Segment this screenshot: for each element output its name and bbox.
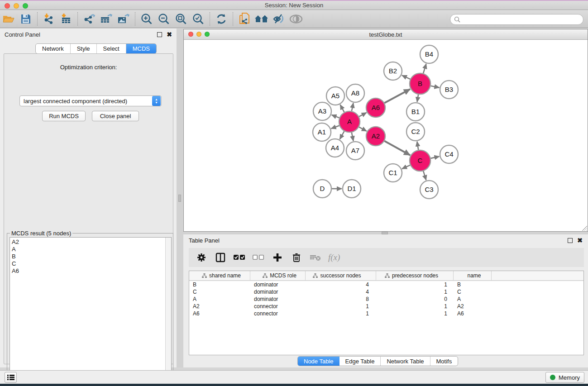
table-row[interactable]: Adominator80A	[189, 295, 583, 303]
table-cell[interactable]: 1	[376, 310, 454, 317]
graph-node-B[interactable]: B	[410, 73, 430, 94]
graph-edge-B-B4[interactable]	[423, 64, 426, 73]
table-cell[interactable]: C	[454, 289, 492, 295]
graph-edge-B-B2[interactable]	[402, 75, 410, 79]
mcds-result-item[interactable]: B	[12, 253, 163, 260]
close-panel-button[interactable]: Close panel	[92, 111, 139, 121]
table-cell[interactable]: 4	[306, 289, 376, 295]
graph-node-B4[interactable]: B4	[420, 45, 438, 63]
table-cell[interactable]: A2	[454, 303, 492, 310]
create-column-button[interactable]	[271, 251, 284, 264]
table-cell[interactable]: 4	[306, 281, 376, 288]
zoom-window-button[interactable]	[23, 3, 28, 9]
delete-table-button[interactable]	[309, 251, 322, 264]
graph-node-C4[interactable]: C4	[440, 145, 458, 163]
tab-select[interactable]: Select	[97, 44, 126, 53]
column-visibility-button[interactable]	[214, 251, 227, 264]
float-panel-icon[interactable]	[568, 238, 573, 243]
zoom-fit-button[interactable]	[172, 11, 190, 27]
graph-node-A2[interactable]: A2	[366, 127, 385, 146]
table-cell[interactable]: dominator	[250, 296, 306, 302]
zoom-network-window-button[interactable]	[205, 32, 210, 37]
table-cell[interactable]: A6	[454, 310, 492, 317]
graph-node-B2[interactable]: B2	[384, 62, 402, 80]
divider-grip[interactable]	[178, 195, 181, 202]
mcds-list-scrollbar[interactable]	[165, 238, 171, 386]
export-network-button[interactable]	[81, 11, 98, 27]
table-cell[interactable]: connector	[250, 310, 306, 317]
tab-network[interactable]: Network	[36, 44, 71, 53]
mcds-result-item[interactable]: A	[12, 246, 163, 253]
table-cell[interactable]: dominator	[250, 289, 306, 295]
graph-node-A7[interactable]: A7	[346, 142, 364, 160]
vertical-split-divider[interactable]	[177, 29, 183, 367]
minimize-window-button[interactable]	[14, 3, 19, 9]
table-cell[interactable]: B	[454, 281, 492, 288]
graph-edge-A-A7[interactable]	[352, 133, 354, 141]
column-header-successor-nodes[interactable]: successor nodes	[306, 271, 376, 280]
mcds-result-list[interactable]: A2ABCA6	[10, 237, 172, 386]
table-cell[interactable]: 0	[376, 296, 454, 302]
graph-edge-C-C2[interactable]	[417, 142, 418, 150]
table-cell[interactable]: 1	[376, 281, 454, 288]
mcds-result-item[interactable]: A2	[12, 238, 163, 246]
zoom-selected-button[interactable]	[190, 11, 207, 27]
graph-node-A6[interactable]: A6	[366, 98, 385, 117]
graph-edge-C-C4[interactable]	[430, 157, 439, 158]
column-header-shared-name[interactable]: shared name	[189, 271, 250, 280]
table-cell[interactable]: 1	[376, 289, 454, 295]
graph-node-C1[interactable]: C1	[384, 164, 402, 182]
window-resize-grip[interactable]	[581, 224, 587, 231]
run-mcds-button[interactable]: Run MCDS	[42, 111, 86, 121]
graph-edge-A-A4[interactable]	[340, 131, 344, 139]
close-window-button[interactable]	[5, 3, 10, 9]
graph-edge-A-A6[interactable]	[359, 113, 367, 117]
table-cell[interactable]: dominator	[250, 281, 306, 288]
table-cell[interactable]: B	[189, 281, 250, 288]
table-cell[interactable]: A2	[189, 303, 250, 310]
mcds-result-item[interactable]: A6	[12, 267, 163, 275]
close-network-window-button[interactable]	[188, 32, 193, 37]
delete-columns-button[interactable]	[290, 251, 303, 264]
column-header-MCDS-role[interactable]: MCDS role	[250, 271, 306, 280]
table-row[interactable]: Cdominator41C	[189, 288, 583, 295]
tab-node-table[interactable]: Node Table	[298, 357, 339, 366]
graph-edge-A2-C[interactable]	[384, 141, 410, 155]
table-row[interactable]: A6connector11A6	[189, 310, 583, 317]
network-from-selection-button[interactable]	[236, 11, 253, 27]
tab-network-table[interactable]: Network Table	[381, 357, 430, 366]
zoom-out-button[interactable]	[155, 11, 172, 27]
deselect-all-checkboxes-button[interactable]	[252, 251, 265, 264]
table-cell[interactable]: 1	[306, 310, 376, 317]
zoom-in-button[interactable]	[138, 11, 155, 27]
tab-mcds[interactable]: MCDS	[126, 44, 156, 53]
apply-preferred-layout-button[interactable]	[213, 11, 230, 27]
table-cell[interactable]: A	[454, 296, 492, 302]
memory-button[interactable]: Memory	[545, 372, 584, 383]
close-panel-icon[interactable]: ✖	[577, 238, 583, 243]
graph-edge-B-B1[interactable]	[417, 95, 419, 102]
graph-node-B1[interactable]: B1	[406, 103, 425, 121]
first-neighbors-button[interactable]	[253, 11, 270, 27]
task-history-button[interactable]	[5, 372, 17, 383]
table-cell[interactable]: A	[189, 296, 250, 302]
node-table[interactable]: shared nameMCDS rolesuccessor nodesprede…	[189, 271, 584, 355]
graph-node-C3[interactable]: C3	[420, 181, 438, 199]
table-cell[interactable]: A6	[189, 310, 250, 317]
minimize-network-window-button[interactable]	[196, 32, 201, 37]
graph-edge-A-A2[interactable]	[359, 127, 367, 131]
table-cell[interactable]: 8	[306, 296, 376, 302]
select-all-checkboxes-button[interactable]	[233, 251, 246, 264]
graph-node-C2[interactable]: C2	[406, 123, 425, 141]
graph-edge-C-C1[interactable]	[402, 165, 410, 169]
table-settings-button[interactable]	[195, 251, 208, 264]
graph-node-A5[interactable]: A5	[326, 87, 344, 105]
network-graph[interactable]: B4B2BB3A8A5A6A3B1AA1C2A2A4A7C4CC1DD1C3	[184, 40, 588, 231]
graph-node-C[interactable]: C	[410, 150, 430, 171]
graph-edge-A-A5[interactable]	[340, 105, 344, 112]
table-cell[interactable]: connector	[250, 303, 306, 310]
graph-edge-B-B3[interactable]	[431, 86, 440, 88]
optimization-criterion-select[interactable]: largest connected component (directed) ▲…	[19, 95, 162, 106]
graph-node-D[interactable]: D	[313, 180, 331, 198]
graph-edge-A-A3[interactable]	[332, 115, 339, 118]
